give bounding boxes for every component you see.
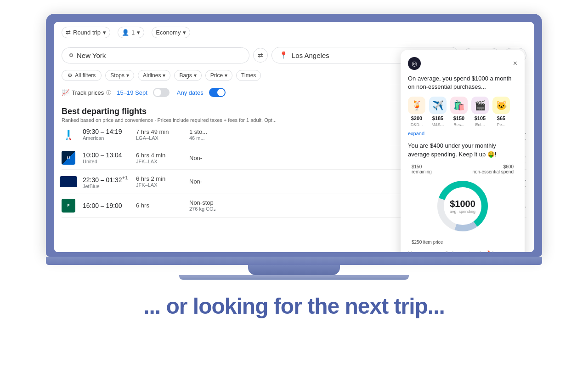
- departure-arrival-time: 10:00 – 13:04: [83, 151, 129, 159]
- destination-text: Los Angeles: [292, 52, 329, 59]
- under-budget-text: You are $400 under your monthly average …: [408, 142, 517, 158]
- pets-amount: $65: [497, 115, 505, 121]
- item-price-label: $250 item price: [412, 240, 443, 245]
- route-text: JFK–LAX: [136, 159, 182, 164]
- all-filters-button[interactable]: ⚙ All filters: [62, 70, 102, 81]
- shopping-icon: 🛍️: [450, 97, 468, 114]
- entertainment-label: Ent...: [475, 122, 485, 127]
- times-filter[interactable]: Times: [236, 70, 261, 81]
- origin-dot-icon: [69, 53, 73, 57]
- track-prices-text: Track prices: [72, 89, 104, 96]
- origin-text: New York: [77, 52, 106, 59]
- laptop-base: [46, 257, 542, 265]
- spend-item-entertainment: 🎬 $105 Ent...: [471, 97, 489, 127]
- laptop-foot: [179, 275, 409, 280]
- track-prices-label: 📈 Track prices ⓘ: [62, 89, 111, 96]
- stops-text: Non-: [189, 178, 226, 185]
- duration-text: 6 hrs 2 min: [136, 175, 182, 182]
- stops-text: Non-stop: [189, 199, 226, 206]
- stops-info: Non-: [189, 178, 226, 185]
- cabin-label: Economy: [156, 29, 181, 36]
- filter-icon: ⚙: [68, 72, 73, 79]
- route-text: LGA–LAX: [136, 135, 182, 141]
- popup-close-button[interactable]: ×: [513, 59, 517, 68]
- passengers-selector[interactable]: 👤 1 ▾: [118, 27, 144, 38]
- cabin-selector[interactable]: Economy ▾: [152, 27, 190, 38]
- popup-header: ◎ ×: [408, 57, 517, 70]
- price-filter[interactable]: Price ▾: [205, 70, 232, 81]
- stops-text: 1 sto...: [189, 128, 226, 135]
- bags-filter[interactable]: Bags ▾: [174, 70, 201, 81]
- times-label: Times: [241, 72, 256, 79]
- laptop-container: ⇄ Round trip ▾ 👤 1 ▾ Economy ▾: [46, 14, 542, 280]
- trip-type-selector[interactable]: ⇄ Round trip ▾: [62, 27, 110, 38]
- center-amount: $1000: [450, 198, 475, 209]
- spending-icons-row: 🍹 $200 D&D... ✈️ $185 M&S... 🛍️ $150: [408, 97, 517, 127]
- route-text: JFK–LAX: [136, 182, 182, 188]
- jetblue-logo: jetBlue: [62, 175, 75, 189]
- american-logo: | A A: [62, 127, 75, 141]
- airlines-filter[interactable]: Airlines ▾: [138, 70, 170, 81]
- flight-times: 16:00 – 19:00: [83, 202, 129, 209]
- entertainment-icon: 🎬: [471, 97, 489, 114]
- origin-field[interactable]: New York: [62, 47, 249, 63]
- spend-item-shopping: 🛍️ $150 Res...: [450, 97, 468, 127]
- entertainment-amount: $105: [475, 115, 486, 121]
- spending-popup: ◎ × On average, you spend $1000 a month …: [401, 50, 525, 252]
- stops-info: Non-stop 276 kg CO₂: [189, 199, 226, 212]
- stops-filter[interactable]: Stops ▾: [105, 70, 134, 81]
- co2-text: 276 kg CO₂: [189, 206, 226, 212]
- shopping-amount: $150: [453, 115, 464, 121]
- destination-pin-icon: 📍: [279, 51, 288, 59]
- chart-line-icon: 📈: [62, 89, 69, 96]
- popup-main-text: On average, you spend $1000 a month on n…: [408, 75, 517, 91]
- flight-duration: 7 hrs 49 min LGA–LAX: [136, 128, 182, 141]
- remaining-label: $150 remaining: [412, 164, 432, 174]
- swap-icon: ⇄: [66, 29, 71, 36]
- donut-center: $1000 avg. spending: [450, 198, 475, 213]
- airline-name: United: [83, 159, 129, 164]
- price-label: Price: [210, 72, 223, 79]
- airlines-label: Airlines: [143, 72, 161, 79]
- popup-logo-icon: ◎: [408, 57, 421, 70]
- chart-top-labels: $150 remaining $600 non-essential spend: [408, 164, 517, 174]
- spend-item-travel: ✈️ $185 M&S...: [429, 97, 447, 127]
- trip-type-label: Round trip: [73, 29, 101, 36]
- price-chevron: ▾: [225, 72, 227, 79]
- airline-name: JetBlue: [83, 184, 129, 189]
- top-bar: ⇄ Round trip ▾ 👤 1 ▾ Economy ▾: [54, 22, 534, 43]
- track-date-range: 15–19 Sept: [117, 89, 147, 96]
- cabin-chevron: ▾: [183, 29, 186, 36]
- stops-info: 1 sto... 46 m...: [189, 128, 226, 141]
- non-essential-label: $600 non-essential spend: [472, 164, 514, 174]
- browser-content: ⇄ Round trip ▾ 👤 1 ▾ Economy ▾: [54, 22, 534, 252]
- laptop-stand: [248, 265, 340, 275]
- spend-item-drinks: 🍹 $200 D&D...: [408, 97, 425, 127]
- swap-arrows-icon: ⇄: [258, 52, 263, 59]
- donut-chart: $1000 avg. spending: [433, 176, 492, 236]
- any-dates-toggle[interactable]: [209, 88, 226, 97]
- person-icon: 👤: [122, 29, 129, 36]
- swap-button[interactable]: ⇄: [253, 48, 268, 63]
- stops-text: Non-: [189, 155, 226, 161]
- bags-chevron: ▾: [194, 72, 197, 79]
- trip-type-chevron: ▾: [103, 29, 106, 36]
- stops-info: Non-: [189, 155, 226, 161]
- drinks-amount: $200: [411, 115, 422, 121]
- passengers-chevron: ▾: [137, 29, 140, 36]
- track-prices-toggle[interactable]: [153, 88, 170, 97]
- stops-label: Stops: [110, 72, 124, 79]
- bags-label: Bags: [179, 72, 192, 79]
- travel-label: M&S...: [431, 122, 444, 127]
- expand-link[interactable]: expand: [408, 131, 517, 136]
- duration-text: 6 hrs: [136, 202, 182, 209]
- chart-bottom-label: $250 item price: [408, 240, 517, 245]
- travel-icon: ✈️: [429, 97, 447, 114]
- center-label: avg. spending: [450, 209, 475, 213]
- donut-chart-container: $150 remaining $600 non-essential spend: [408, 164, 517, 245]
- duration-text: 6 hrs 4 min: [136, 152, 182, 159]
- bottom-tagline: ... or looking for the next trip...: [143, 293, 445, 319]
- flight-duration: 6 hrs 2 min JFK–LAX: [136, 175, 182, 188]
- duration-text: 7 hrs 49 min: [136, 128, 182, 135]
- laptop-screen: ⇄ Round trip ▾ 👤 1 ▾ Economy ▾: [54, 22, 534, 252]
